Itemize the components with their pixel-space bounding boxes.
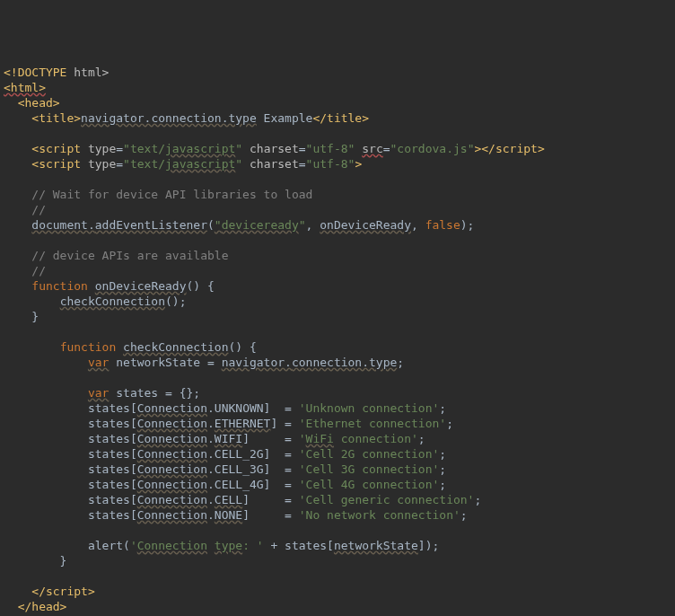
code-token: javascript — [165, 157, 235, 171]
code-token: ] = — [242, 493, 299, 506]
code-token: onDeviceReady — [95, 279, 187, 293]
code-line[interactable]: var states = {}; — [4, 385, 675, 400]
code-token: states[ — [4, 493, 137, 506]
code-token: addEventListener — [95, 218, 207, 232]
code-token — [4, 295, 60, 308]
code-line[interactable]: alert('Connection type: ' + states[netwo… — [4, 538, 675, 553]
code-token: . — [207, 417, 215, 430]
code-token: ; — [439, 401, 446, 415]
code-token: = — [116, 157, 123, 171]
code-token: . — [207, 432, 215, 445]
code-token: ( — [207, 218, 215, 232]
code-token: charset — [250, 142, 299, 155]
code-token: ></script> — [474, 142, 544, 155]
code-token: ); — [460, 218, 475, 232]
code-token: NONE — [215, 508, 242, 522]
code-line[interactable]: states[Connection.CELL_2G] = 'Cell 2G co… — [4, 446, 675, 462]
code-token: document. — [31, 218, 94, 232]
code-token: states[ — [4, 462, 137, 476]
code-line[interactable]: checkConnection(); — [4, 294, 675, 309]
code-line[interactable]: var networkState = navigator.connection.… — [4, 355, 675, 370]
code-line[interactable]: <title>navigator.connection.type Example… — [4, 110, 675, 126]
code-line[interactable]: document.addEventListener("deviceready",… — [4, 217, 675, 233]
code-token: , — [411, 218, 425, 232]
code-token — [207, 539, 215, 552]
code-token: "text/ — [123, 142, 165, 155]
code-token — [4, 96, 18, 110]
code-line[interactable]: states[Connection.CELL_4G] = 'Cell 4G co… — [4, 477, 675, 492]
code-token — [4, 569, 11, 583]
code-token: = — [299, 142, 306, 155]
code-line[interactable] — [4, 233, 675, 248]
code-token: 'No network connection' — [299, 508, 460, 522]
code-line[interactable]: function onDeviceReady() { — [4, 278, 675, 294]
code-token: "utf-8" — [306, 157, 355, 171]
code-token — [4, 371, 11, 384]
code-token — [4, 279, 31, 293]
code-token: .CELL_2G] = — [207, 447, 299, 461]
code-token: ; — [439, 447, 446, 461]
code-token: + states[ — [270, 539, 333, 552]
code-token: } — [4, 310, 39, 323]
code-line[interactable]: // device APIs are available — [4, 248, 675, 263]
code-token — [4, 203, 31, 216]
code-token: = — [116, 142, 123, 155]
code-token: " — [215, 218, 222, 232]
code-line[interactable] — [4, 172, 675, 187]
code-token: </head> — [18, 600, 67, 613]
code-line[interactable] — [4, 324, 675, 339]
code-token: ' — [299, 432, 306, 445]
code-line[interactable]: <script type="text/javascript" charset="… — [4, 156, 675, 172]
code-token: <title> — [31, 111, 81, 125]
code-line[interactable] — [4, 370, 675, 385]
code-line[interactable]: <!DOCTYPE html> — [4, 65, 675, 80]
code-token: 'Cell 2G connection' — [299, 447, 440, 461]
code-line[interactable]: states[Connection.CELL_3G] = 'Cell 3G co… — [4, 462, 675, 477]
code-token: deviceready — [222, 218, 299, 232]
code-token: // Wait for device API libraries to load — [31, 188, 312, 201]
code-line[interactable]: <head> — [4, 95, 675, 110]
code-token: ] = — [270, 417, 298, 430]
code-line[interactable]: } — [4, 309, 675, 324]
code-token: } — [4, 554, 66, 568]
code-token: connection.type — [292, 356, 397, 369]
code-editor[interactable]: <!DOCTYPE html><html> <head> <title>navi… — [4, 65, 675, 616]
code-token: navigator. — [222, 356, 292, 369]
code-token: // — [31, 203, 46, 216]
code-token: " — [299, 218, 306, 232]
code-token: var — [88, 386, 109, 400]
code-token — [4, 386, 88, 400]
code-line[interactable]: </head> — [4, 599, 675, 614]
code-token: "cordova.js" — [390, 142, 475, 155]
code-token: ; — [439, 462, 446, 476]
code-line[interactable]: states[Connection.ETHERNET] = 'Ethernet … — [4, 416, 675, 431]
code-line[interactable] — [4, 568, 675, 584]
code-line[interactable]: states[Connection.CELL] = 'Cell generic … — [4, 492, 675, 507]
code-line[interactable]: // — [4, 202, 675, 217]
code-token: (); — [165, 295, 186, 308]
code-token — [4, 340, 60, 354]
code-token: ; — [474, 493, 481, 506]
code-line[interactable]: function checkConnection() { — [4, 339, 675, 355]
code-token: Connection — [137, 447, 207, 461]
code-token — [4, 188, 31, 201]
code-line[interactable]: <html> — [4, 80, 675, 95]
code-line[interactable]: states[Connection.UNKNOWN] = 'Unknown co… — [4, 400, 675, 416]
code-token: ] = — [242, 508, 299, 522]
code-token: checkConnection — [123, 340, 228, 354]
code-token: Connection — [137, 539, 207, 552]
code-line[interactable]: </script> — [4, 584, 675, 599]
code-line[interactable]: <script type="text/javascript" charset="… — [4, 141, 675, 156]
code-line[interactable]: states[Connection.NONE] = 'No network co… — [4, 507, 675, 523]
code-token: states = {}; — [109, 386, 200, 400]
code-line[interactable]: // Wait for device API libraries to load — [4, 187, 675, 202]
code-token — [4, 172, 11, 186]
code-line[interactable]: } — [4, 553, 675, 568]
code-line[interactable] — [4, 523, 675, 538]
code-line[interactable] — [4, 126, 675, 141]
code-token: states[ — [4, 447, 137, 461]
code-token: " — [235, 157, 250, 171]
code-token: javascript — [165, 142, 235, 155]
code-line[interactable]: // — [4, 263, 675, 278]
code-line[interactable]: states[Connection.WIFI] = 'WiFi connecti… — [4, 431, 675, 446]
